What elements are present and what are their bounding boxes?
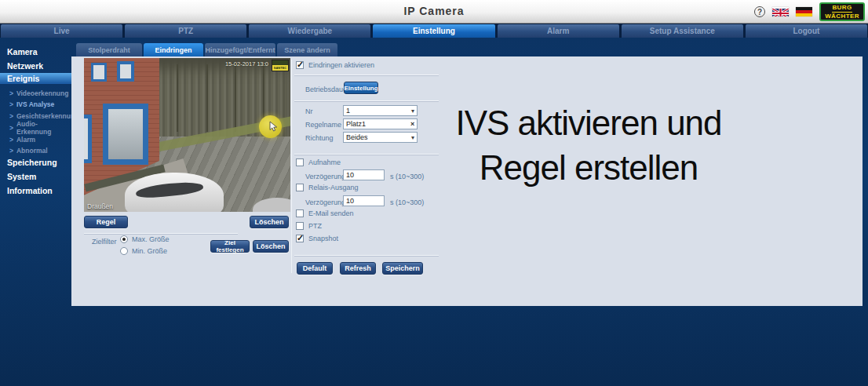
nav-tab-einstellung[interactable]: Einstellung [373, 24, 494, 38]
nav-tab-alarm[interactable]: Alarm [498, 24, 619, 38]
checkbox-label: E-Mail senden [308, 209, 354, 217]
divider [294, 255, 439, 256]
header-icons: ? BURG WÄCHTER [754, 2, 865, 21]
regelname-label: Regelname [305, 121, 341, 129]
divider [294, 75, 439, 75]
verzoegerung2-input[interactable] [343, 195, 385, 206]
radio-icon [120, 235, 128, 243]
burg-waechter-logo: BURG WÄCHTER [819, 2, 865, 21]
checkbox-icon: ✓ [296, 61, 304, 69]
ptz-checkbox[interactable]: PTZ [296, 222, 322, 230]
sidebar-item-label: Abnormal [16, 147, 48, 155]
logo-text-line2: WÄCHTER [825, 13, 859, 20]
building-window-shape [91, 63, 107, 82]
checkbox-label: Relais-Ausgang [308, 184, 359, 191]
checkbox-label: Eindringen aktivieren [308, 61, 374, 69]
logo-text-line1: BURG [832, 5, 852, 13]
submenu-arrow-icon: > [9, 147, 13, 155]
building-door-shape [103, 104, 148, 165]
min-groesse-radio[interactable]: Min. Größe [120, 247, 167, 255]
nav-tab-logout[interactable]: Logout [746, 24, 867, 38]
subtab-stolperdraht[interactable]: Stolperdraht [76, 43, 142, 56]
sidebar-item-kamera[interactable]: Kamera [0, 46, 71, 57]
car-windshield-shape [135, 180, 203, 200]
ziel-festlegen-button[interactable]: Ziel festlegen [210, 240, 250, 253]
sidebar: Kamera Netzwerk Ereignis > Videoerkennun… [0, 38, 71, 297]
cursor-highlight [259, 115, 282, 138]
nav-tab-live[interactable]: Live [1, 24, 122, 38]
loeschen-rule-button[interactable]: Löschen [250, 216, 289, 228]
annotation-line2: Regel erstellen [412, 145, 765, 190]
check-icon: ✓ [297, 233, 304, 243]
sidebar-item-videoerkennung[interactable]: > Videoerkennung [0, 88, 71, 99]
verzoegerung2-unit: s (10~300) [390, 198, 424, 206]
help-icon[interactable]: ? [754, 6, 765, 17]
building-window-shape [84, 115, 92, 163]
german-flag-icon[interactable] [796, 7, 812, 16]
radio-label: Max. Größe [132, 235, 170, 243]
sidebar-item-label: Audio-Erkennung [16, 120, 71, 136]
regelname-input[interactable] [343, 118, 418, 129]
relais-ausgang-checkbox[interactable]: Relais-Ausgang [296, 184, 359, 191]
checkbox-icon [296, 222, 304, 230]
aufnahme-checkbox[interactable]: Aufnahme [296, 158, 341, 166]
submenu-arrow-icon: > [9, 89, 13, 97]
einstellung-button[interactable]: Einstellung [344, 82, 378, 94]
sidebar-item-information[interactable]: Information [0, 185, 71, 196]
submenu-arrow-icon: > [9, 136, 13, 144]
nav-tab-wiedergabe[interactable]: Wiedergabe [249, 24, 370, 38]
refresh-button[interactable]: Refresh [340, 262, 376, 275]
nr-label: Nr [305, 107, 313, 115]
camera-preview[interactable]: 15-02-2017 13:0 SANTEC Draußen [84, 58, 290, 212]
video-timestamp: 15-02-2017 13:0 [225, 60, 268, 67]
subtab-eindringen[interactable]: Eindringen [144, 43, 203, 56]
nr-select[interactable]: 1 ▾ [343, 105, 418, 116]
page: IP Camera ? BURG WÄCHTER Live [0, 0, 868, 386]
subtab-szene-aendern[interactable]: Szene ändern [277, 43, 337, 56]
sidebar-item-system[interactable]: System [0, 171, 71, 182]
annotation-line1: IVS aktivieren und [412, 100, 765, 145]
nr-select-value: 1 [346, 107, 350, 115]
sidebar-item-ivs-analyse[interactable]: > IVS Analyse [0, 99, 71, 110]
annotation-overlay: IVS aktivieren und Regel erstellen [412, 100, 765, 190]
content-panel: 15-02-2017 13:0 SANTEC Draußen Regel Lös… [71, 56, 863, 306]
verzoegerung1-label: Verzögerung [305, 173, 345, 180]
checkbox-label: Aufnahme [308, 158, 341, 166]
richtung-select-value: Beides [346, 133, 368, 141]
radio-icon [120, 247, 128, 255]
checkbox-icon [296, 184, 304, 191]
ivs-subtabs: Stolperdraht Eindringen Hinzugefügt/Entf… [76, 43, 337, 56]
sidebar-item-netzwerk[interactable]: Netzwerk [0, 60, 71, 71]
main-nav: Live PTZ Wiedergabe Einstellung Alarm Se… [0, 24, 868, 38]
snapshot-checkbox[interactable]: ✓ Snapshot [296, 235, 338, 242]
speichern-button[interactable]: Speichern [382, 262, 423, 275]
max-groesse-radio[interactable]: Max. Größe [120, 235, 170, 243]
tree-trunk-shape [235, 64, 236, 132]
divider [291, 60, 292, 273]
divider [84, 233, 238, 234]
sidebar-item-abnormal[interactable]: > Abnormal [0, 145, 71, 156]
sidebar-item-ereignis[interactable]: Ereignis [0, 73, 71, 84]
nav-tab-setup-assistance[interactable]: Setup Assistance [622, 24, 743, 38]
sidebar-item-speicherung[interactable]: Speicherung [0, 157, 71, 168]
verzoegerung1-input[interactable] [343, 169, 385, 180]
default-button[interactable]: Default [297, 262, 333, 275]
subtab-hinzugefuegt-entfernt[interactable]: Hinzugefügt/Entfernt [205, 43, 275, 56]
sidebar-item-audio-erkennung[interactable]: > Audio-Erkennung [0, 122, 71, 133]
submenu-arrow-icon: > [9, 124, 13, 132]
sidebar-item-alarm[interactable]: > Alarm [0, 134, 71, 145]
sidebar-item-label: IVS Analyse [16, 100, 54, 108]
page-title: IP Camera [0, 5, 868, 17]
check-icon: ✓ [297, 60, 304, 70]
loeschen-target-button[interactable]: Löschen [253, 240, 289, 253]
sidebar-item-label: Videoerkennung [16, 89, 68, 97]
email-senden-checkbox[interactable]: E-Mail senden [296, 209, 354, 217]
checkbox-icon [296, 158, 304, 166]
nav-tab-ptz[interactable]: PTZ [125, 24, 246, 38]
eindringen-aktivieren-checkbox[interactable]: ✓ Eindringen aktivieren [296, 61, 374, 69]
richtung-select[interactable]: Beides ▾ [343, 132, 418, 143]
top-header: IP Camera ? BURG WÄCHTER [0, 0, 868, 24]
uk-flag-icon[interactable] [772, 7, 789, 16]
checkbox-label: Snapshot [308, 235, 338, 242]
regel-button[interactable]: Regel [84, 216, 128, 228]
